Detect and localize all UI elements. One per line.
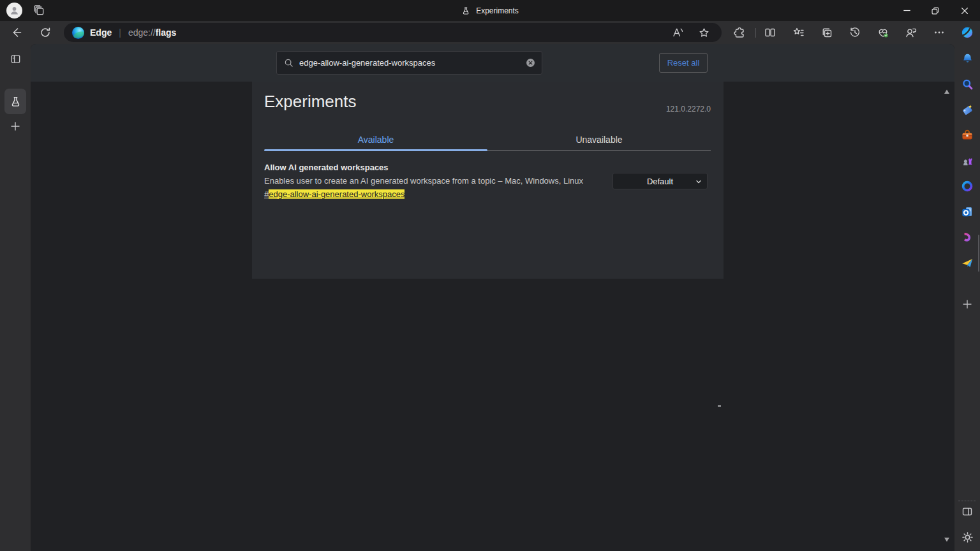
tab-unavailable-underline bbox=[487, 151, 711, 151]
sidebar-toggle-icon[interactable] bbox=[960, 504, 975, 519]
read-aloud-icon[interactable] bbox=[672, 26, 685, 39]
clipchamp-icon[interactable] bbox=[960, 230, 975, 245]
edge-logo-icon bbox=[72, 27, 84, 39]
toolbar-divider bbox=[755, 28, 756, 38]
refresh-icon[interactable] bbox=[39, 26, 52, 39]
collections-icon[interactable] bbox=[820, 26, 833, 39]
tab-available[interactable]: Available bbox=[264, 130, 487, 149]
flags-page: Reset all Experiments 121.0.2272.0 Avail… bbox=[31, 44, 954, 551]
flag-description: Enables user to create an AI generated w… bbox=[264, 176, 583, 186]
sidebar-scrollbar-thumb[interactable] bbox=[978, 235, 979, 272]
customize-sidebar-button[interactable] bbox=[960, 297, 975, 312]
flag-anchor-link[interactable]: #edge-allow-ai-generated-workspaces bbox=[264, 189, 405, 199]
microsoft-365-icon[interactable] bbox=[960, 179, 975, 194]
outlook-icon[interactable] bbox=[960, 204, 975, 219]
close-button[interactable] bbox=[955, 0, 974, 21]
history-icon[interactable] bbox=[849, 26, 861, 39]
favorites-icon[interactable] bbox=[792, 26, 805, 39]
sidebar-settings-icon[interactable] bbox=[960, 529, 975, 545]
more-icon[interactable] bbox=[933, 26, 946, 39]
highlighted-flag-id: edge-allow-ai-generated-workspaces bbox=[269, 189, 405, 199]
reset-all-button[interactable]: Reset all bbox=[659, 53, 708, 73]
clear-search-icon[interactable] bbox=[524, 57, 536, 69]
tools-icon[interactable] bbox=[960, 128, 975, 143]
drop-icon[interactable] bbox=[960, 255, 975, 270]
cursor-artifact bbox=[718, 405, 721, 407]
favorite-star-icon[interactable] bbox=[697, 26, 710, 39]
tab-unavailable[interactable]: Unavailable bbox=[487, 130, 711, 149]
back-icon[interactable] bbox=[11, 26, 24, 39]
tab-title-label: Experiments bbox=[476, 6, 519, 15]
sidebar-search-icon[interactable] bbox=[960, 77, 975, 92]
flags-search-band: Reset all bbox=[31, 44, 954, 82]
shopping-icon[interactable] bbox=[960, 102, 975, 117]
chevron-down-icon bbox=[695, 178, 702, 186]
vertical-tab-experiments[interactable] bbox=[4, 89, 26, 114]
new-tab-button[interactable] bbox=[9, 120, 22, 133]
titlebar: Experiments bbox=[0, 0, 980, 21]
notifications-icon[interactable] bbox=[960, 51, 975, 66]
games-icon[interactable] bbox=[960, 153, 975, 168]
active-tab-title[interactable]: Experiments bbox=[461, 0, 519, 21]
split-screen-icon[interactable] bbox=[764, 26, 776, 39]
flag-value-dropdown[interactable]: Default bbox=[612, 173, 708, 189]
browser-essentials-icon[interactable] bbox=[877, 26, 889, 39]
browser-version: 121.0.2272.0 bbox=[666, 105, 711, 114]
flag-title: Allow AI generated workspaces bbox=[264, 163, 389, 172]
scrollbar-down-arrow[interactable] bbox=[943, 534, 951, 542]
flags-search-box[interactable] bbox=[276, 51, 542, 75]
sidebar-divider bbox=[958, 501, 976, 501]
minimize-button[interactable] bbox=[897, 0, 916, 21]
tab-available-underline bbox=[264, 149, 487, 151]
scrollbar-up-arrow[interactable] bbox=[943, 87, 951, 94]
vertical-tab-strip bbox=[0, 44, 31, 551]
flask-icon bbox=[461, 6, 470, 15]
address-brand: Edge bbox=[90, 27, 112, 38]
flask-icon bbox=[10, 96, 22, 108]
feedback-icon[interactable] bbox=[905, 26, 917, 39]
browser-window: Experiments Edge | edge://flags bbox=[0, 0, 980, 551]
tab-actions-icon[interactable] bbox=[9, 52, 22, 65]
workspaces-icon[interactable] bbox=[33, 4, 45, 19]
page-title: Experiments bbox=[264, 92, 357, 112]
browser-chrome: Edge | edge://flags bbox=[0, 21, 980, 551]
address-bar[interactable]: Edge | edge://flags bbox=[64, 23, 722, 42]
address-url[interactable]: edge://flags bbox=[128, 27, 177, 38]
restore-button[interactable] bbox=[926, 0, 945, 21]
extensions-icon[interactable] bbox=[733, 26, 746, 39]
address-separator: | bbox=[119, 27, 121, 38]
flags-content-card: Experiments 121.0.2272.0 Available Unava… bbox=[252, 82, 724, 279]
flags-search-input[interactable] bbox=[299, 58, 524, 68]
search-icon bbox=[283, 57, 294, 68]
profile-avatar[interactable] bbox=[6, 3, 22, 18]
copilot-icon[interactable] bbox=[960, 25, 975, 40]
